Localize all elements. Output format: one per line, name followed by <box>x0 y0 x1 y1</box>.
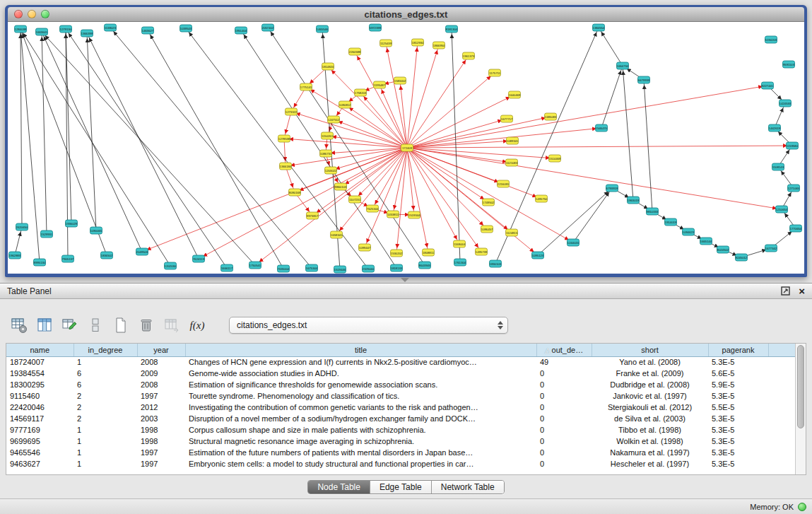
graph-node[interactable]: 1121083 <box>506 159 518 166</box>
memory-ok-indicator[interactable] <box>798 503 806 511</box>
column-header-year[interactable]: year <box>137 344 185 356</box>
graph-node[interactable]: 5194203 <box>765 36 777 43</box>
graph-node[interactable]: 1108143 <box>772 163 784 170</box>
graph-node[interactable]: 1951404 <box>235 27 247 34</box>
cell-short[interactable]: Tibbo et al. (1998) <box>592 424 708 436</box>
table-row[interactable]: 2242004622012Investigating the contribut… <box>6 402 796 413</box>
float-panel-icon[interactable] <box>781 286 790 296</box>
cell-title[interactable]: Genome-wide association studies in ADHD. <box>185 368 536 379</box>
cell-indegree[interactable]: 6 <box>73 368 137 379</box>
close-window-button[interactable] <box>14 10 23 18</box>
graph-node[interactable]: 9860103 <box>335 183 347 190</box>
cell-name[interactable]: 18300295 <box>6 379 73 390</box>
graph-node[interactable]: 1138023 <box>105 24 117 31</box>
cell-name[interactable]: 9777169 <box>6 424 73 436</box>
network-graph[interactable]: 1724091583402119548717582031090812124751… <box>8 22 804 274</box>
graph-node[interactable]: 1150261 <box>322 132 334 139</box>
graph-node[interactable]: 1963019 <box>628 197 640 204</box>
graph-node[interactable]: 1099447 <box>359 244 371 251</box>
tab-node-table[interactable]: Node Table <box>308 481 370 493</box>
graph-node[interactable]: 9591103 <box>783 61 795 68</box>
cell-pagerank[interactable]: 5.9E-5 <box>708 379 768 390</box>
cell-name[interactable]: 14569117 <box>6 413 73 424</box>
edit-table-icon[interactable] <box>61 316 79 334</box>
graph-node[interactable]: 1090812 <box>339 101 351 108</box>
graph-node[interactable]: 7635004 <box>278 265 290 272</box>
graph-node[interactable]: 1770654 <box>790 225 802 232</box>
graph-node[interactable]: 1089341 <box>507 137 519 144</box>
graph-node[interactable]: 1750541 <box>249 262 261 269</box>
cell-year[interactable]: 2009 <box>137 368 185 379</box>
graph-node[interactable]: 1463627 <box>142 27 154 34</box>
graph-node[interactable]: 1175711 <box>489 69 501 76</box>
graph-node[interactable]: 1124815 <box>506 229 518 236</box>
graph-node[interactable]: 7624119 <box>193 255 205 262</box>
cell-outde[interactable]: 0 <box>536 413 592 424</box>
graph-node[interactable]: 1366184 <box>280 163 292 170</box>
graph-node[interactable]: 1095123 <box>532 252 544 259</box>
graph-node[interactable]: 1125439 <box>380 40 392 47</box>
table-row[interactable]: 1456911722003Disruption of a novel membe… <box>6 413 796 424</box>
table-scrollbar-thumb[interactable] <box>797 345 804 428</box>
cell-short[interactable]: Dudbridge et al. (2008) <box>592 379 708 390</box>
graph-node[interactable]: 1664734 <box>617 62 629 69</box>
cell-title[interactable]: Structural magnetic resonance image aver… <box>185 436 536 447</box>
cell-title[interactable]: Changes of HCN gene expression and I(f) … <box>185 356 536 368</box>
graph-node[interactable]: 1247512 <box>328 116 340 123</box>
cell-short[interactable]: Nakamura et al. (1997) <box>592 447 708 458</box>
graph-node[interactable]: 1210654 <box>776 206 788 213</box>
graph-node[interactable]: 1203022 <box>325 167 337 174</box>
graph-node[interactable]: 2216091 <box>498 180 510 187</box>
cell-outde[interactable]: 0 <box>536 402 592 413</box>
cell-short[interactable]: Yano et al. (2008) <box>592 356 708 368</box>
graph-node[interactable]: 9227441 <box>762 82 774 89</box>
graph-node[interactable]: 1279130 <box>60 25 72 33</box>
cell-pagerank[interactable]: 5.3E-5 <box>708 424 768 436</box>
graph-node[interactable]: 1665144 <box>700 238 712 245</box>
cell-indegree[interactable]: 1 <box>73 458 137 469</box>
graph-node[interactable]: 172409 <box>401 144 413 151</box>
cell-short[interactable]: Jankovic et al. (1997) <box>592 390 708 402</box>
graph-node[interactable]: 8090169 <box>289 189 301 196</box>
graph-node[interactable]: 1530202 <box>391 250 403 257</box>
panel-resize-handle[interactable] <box>401 278 409 282</box>
graph-node[interactable]: 1244020 <box>567 239 579 246</box>
graph-node[interactable]: 1675344 <box>306 264 318 271</box>
tab-network-table[interactable]: Network Table <box>431 481 504 493</box>
cell-name[interactable]: 22420046 <box>6 402 73 413</box>
graph-node[interactable]: 1758203 <box>355 89 367 96</box>
cell-title[interactable]: Estimation of the future numbers of pati… <box>185 447 536 458</box>
graph-node[interactable]: 2620650 <box>16 223 28 230</box>
cell-outde[interactable]: 0 <box>536 390 592 402</box>
table-row[interactable]: 946362711997Embryonic stem cells: a mode… <box>6 458 796 469</box>
cell-outde[interactable]: 0 <box>536 379 592 390</box>
table-row[interactable]: 1938455462009Genome-wide association stu… <box>6 368 796 379</box>
graph-node[interactable]: 1039543 <box>180 25 192 32</box>
graph-node[interactable]: 1814820 <box>322 63 334 70</box>
graph-node[interactable]: 1366399 <box>81 30 93 37</box>
graph-node[interactable]: 1961373 <box>463 52 475 59</box>
column-header-name[interactable]: name <box>6 344 73 356</box>
graph-node[interactable]: 2329440 <box>363 265 375 272</box>
table-row[interactable]: 1872400712008Changes of HCN gene express… <box>6 356 796 368</box>
graph-node[interactable]: 2260588 <box>349 48 361 55</box>
graph-node[interactable]: 1677342 <box>765 245 777 252</box>
table-row[interactable]: 946554611997Estimation of the future num… <box>6 447 796 458</box>
create-table-icon[interactable] <box>112 316 130 334</box>
graph-node[interactable]: 1094623 <box>683 228 695 235</box>
column-header-indegree[interactable]: in_degree <box>73 344 137 356</box>
cell-name[interactable]: 9465546 <box>6 447 73 458</box>
network-canvas[interactable]: 1724091583402119548717582031090812124751… <box>8 22 804 274</box>
cell-short[interactable]: Stergiakouli et al. (2012) <box>592 402 708 413</box>
graph-node[interactable]: 1546470 <box>596 124 608 132</box>
graph-node[interactable]: 1271065 <box>788 185 800 192</box>
graph-node[interactable]: 1761304 <box>454 259 466 266</box>
graph-node[interactable]: 1914019 <box>665 218 677 226</box>
graph-node[interactable]: 9810333 <box>647 208 659 215</box>
graph-node[interactable]: 1529931 <box>41 230 53 238</box>
zoom-window-button[interactable] <box>41 10 49 18</box>
graph-node[interactable]: 1284038 <box>15 25 27 33</box>
graph-node[interactable]: 1495750 <box>536 195 548 202</box>
graph-node[interactable]: 1830103 <box>490 260 502 267</box>
graph-node[interactable]: 1812930 <box>412 39 424 46</box>
